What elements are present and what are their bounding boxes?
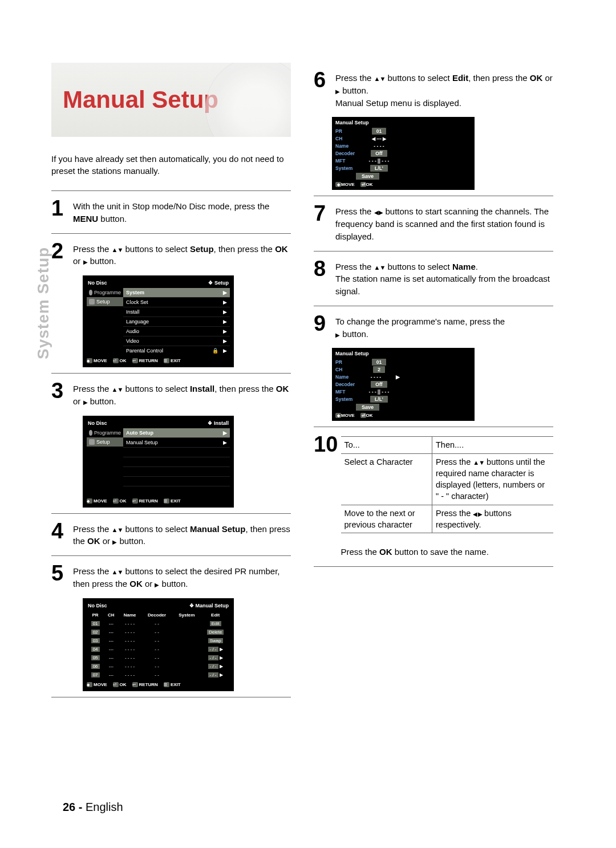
separator bbox=[51, 555, 291, 556]
title-block: Manual Setup bbox=[51, 63, 291, 137]
step-number: 2 bbox=[51, 242, 67, 268]
step-text: To change the programme's name, press th… bbox=[335, 314, 505, 340]
separator bbox=[314, 566, 553, 567]
bold-text: OK bbox=[129, 579, 143, 589]
osd-title: Manual Setup bbox=[335, 351, 400, 358]
osd-head-right: ❖ Manual Setup bbox=[189, 603, 229, 608]
text: button. bbox=[88, 256, 116, 266]
text: The station name is set automatically fr… bbox=[335, 274, 550, 296]
text: To change the programme's name, press th… bbox=[335, 317, 505, 326]
separator bbox=[314, 427, 553, 427]
bold-text: Manual Setup bbox=[190, 524, 246, 534]
tv-icon bbox=[89, 430, 92, 436]
page-title: Manual Setup bbox=[63, 86, 218, 113]
separator bbox=[314, 306, 553, 306]
step-text: Press the buttons to select Edit, then p… bbox=[335, 71, 553, 109]
step-text: Press the buttons to start scanning the … bbox=[335, 204, 553, 242]
text: button. bbox=[340, 86, 368, 95]
separator bbox=[314, 251, 553, 251]
step-6: 6 Press the buttons to select Edit, then… bbox=[314, 71, 553, 109]
page-footer: 26 - English bbox=[63, 801, 123, 814]
left-column: Manual Setup If you have already set the… bbox=[51, 63, 291, 701]
text: Press the bbox=[73, 244, 112, 254]
osd-head-right: ❖ Install bbox=[208, 420, 229, 426]
td: Move to the next or previous character bbox=[341, 505, 432, 533]
osd-setup-menu: No Disc❖ Setup Programme Setup System▶ C… bbox=[83, 275, 234, 367]
text: Press the bbox=[335, 262, 374, 271]
text: buttons to select bbox=[123, 384, 190, 393]
nav-setup: Setup bbox=[87, 297, 123, 306]
text: With the unit in Stop mode/No Disc mode,… bbox=[73, 201, 269, 211]
up-down-icon bbox=[112, 244, 123, 254]
separator bbox=[51, 233, 291, 234]
text: Press the bbox=[73, 524, 112, 534]
text: Press the bbox=[335, 206, 374, 216]
osd-manual-setup-2: Manual Setup PR01 CH2 Name- - - -▶ Decod… bbox=[332, 348, 475, 421]
side-label: System Setup bbox=[34, 247, 52, 359]
osd-item: Auto Setup▶ bbox=[123, 428, 230, 437]
osd-item: Audio▶ bbox=[123, 326, 230, 336]
text: button. bbox=[98, 214, 127, 224]
text: Press the bbox=[73, 384, 112, 393]
osd-item: System▶ bbox=[123, 288, 230, 297]
th: Then.... bbox=[432, 437, 554, 453]
step-number: 8 bbox=[314, 259, 330, 298]
text: buttons to select bbox=[123, 524, 190, 534]
bold-text: Setup bbox=[190, 244, 214, 254]
bold-text: MENU bbox=[73, 214, 98, 224]
step-text: Press the buttons to select Manual Setup… bbox=[73, 522, 291, 548]
text: , then press the bbox=[214, 244, 275, 254]
page-number: 26 - bbox=[63, 801, 86, 813]
step-10: 10 To...Then.... Select a Character Pres… bbox=[314, 435, 553, 558]
text: button. bbox=[159, 579, 188, 589]
osd-item: Language▶ bbox=[123, 317, 230, 326]
text: Press the bbox=[341, 547, 380, 557]
text: or bbox=[73, 396, 83, 406]
text: Press the bbox=[335, 73, 374, 83]
step-number: 4 bbox=[51, 522, 67, 548]
step-text: Press the buttons to select Name. The st… bbox=[335, 259, 553, 298]
separator bbox=[51, 513, 291, 514]
step-3: 3 Press the buttons to select Install, t… bbox=[51, 382, 291, 408]
step-number: 10 bbox=[314, 435, 335, 558]
separator bbox=[51, 190, 291, 191]
nav-programme: Programme bbox=[87, 428, 123, 437]
character-table: To...Then.... Select a Character Press t… bbox=[341, 436, 554, 533]
nav-programme: Programme bbox=[87, 288, 123, 297]
osd-head-left: No Disc bbox=[88, 420, 107, 426]
text: or bbox=[100, 536, 113, 546]
left-right-icon bbox=[473, 509, 482, 518]
step-content: To...Then.... Select a Character Press t… bbox=[341, 435, 554, 558]
up-down-icon bbox=[374, 73, 386, 83]
step-5: 5 Press the buttons to select the desire… bbox=[51, 564, 291, 590]
osd-head-left: No Disc bbox=[88, 603, 107, 608]
osd-pr-table: No Disc❖ Manual Setup PRCHNameDecoderSys… bbox=[83, 598, 234, 691]
bold-text: Edit bbox=[452, 73, 468, 83]
right-icon bbox=[335, 86, 340, 95]
disc-graphic bbox=[205, 63, 291, 137]
tv-icon bbox=[89, 290, 92, 295]
td: Select a Character bbox=[341, 453, 432, 505]
bold-text: OK bbox=[87, 536, 100, 546]
step-8: 8 Press the buttons to select Name. The … bbox=[314, 259, 553, 298]
osd-item: Parental Control🔒 ▶ bbox=[123, 346, 230, 355]
step-4: 4 Press the buttons to select Manual Set… bbox=[51, 522, 291, 548]
text: button. bbox=[117, 536, 145, 546]
text: . bbox=[476, 262, 478, 271]
left-right-icon bbox=[374, 206, 383, 216]
up-down-icon bbox=[112, 384, 123, 393]
bold-text: OK bbox=[379, 547, 392, 557]
text: Press the bbox=[73, 566, 112, 576]
td: Press the buttons respectively. bbox=[432, 505, 554, 533]
up-down-icon bbox=[112, 566, 123, 576]
text: buttons to select bbox=[123, 244, 190, 254]
osd-table: PRCHNameDecoderSystemEdit 01---- - - -- … bbox=[87, 611, 230, 679]
step-number: 5 bbox=[51, 564, 67, 590]
text: , then press the bbox=[468, 73, 530, 83]
separator bbox=[51, 697, 291, 697]
step-number: 1 bbox=[51, 199, 67, 225]
bold-text: Install bbox=[190, 384, 214, 393]
text: or bbox=[143, 579, 155, 589]
separator bbox=[314, 196, 553, 196]
osd-footer: ◆MOVE ⏎OK ↩RETURN ☰EXIT bbox=[87, 355, 230, 363]
